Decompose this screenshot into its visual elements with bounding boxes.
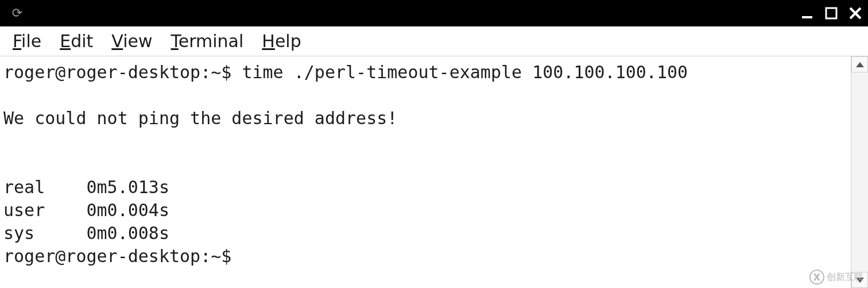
chevron-up-icon (856, 62, 864, 67)
terminal-line: sys 0m0.008s (3, 222, 851, 245)
maximize-icon (825, 7, 838, 20)
svg-rect-1 (826, 8, 836, 18)
terminal-output[interactable]: roger@roger-desktop:~$ time ./perl-timeo… (0, 56, 851, 288)
menubar: FileEditViewTerminalHelp (0, 26, 868, 56)
minimize-button[interactable] (800, 6, 814, 20)
terminal-window: ⟳ FileEditViewTerminalHelp (0, 0, 868, 288)
menu-view[interactable]: View (111, 33, 152, 50)
window-titlebar[interactable]: ⟳ (0, 0, 868, 26)
minimize-icon (801, 7, 813, 20)
terminal-line (3, 84, 851, 107)
svg-rect-0 (802, 16, 812, 18)
terminal-line: roger@roger-desktop:~$ (3, 245, 851, 268)
titlebar-left: ⟳ (6, 5, 29, 22)
terminal-line: user 0m0.004s (3, 199, 851, 222)
scroll-down-button[interactable] (851, 272, 868, 288)
menu-terminal[interactable]: Terminal (171, 33, 244, 50)
close-button[interactable] (848, 6, 862, 20)
menu-help[interactable]: Help (262, 33, 301, 50)
terminal-area: roger@roger-desktop:~$ time ./perl-timeo… (0, 56, 868, 288)
menu-file[interactable]: File (13, 33, 41, 50)
window-controls (800, 6, 862, 20)
terminal-line (3, 130, 851, 153)
chevron-down-icon (856, 278, 864, 283)
scroll-up-button[interactable] (851, 56, 868, 72)
close-icon (848, 6, 862, 20)
terminal-line (3, 153, 851, 176)
terminal-line: real 0m5.013s (3, 176, 851, 199)
terminal-line: roger@roger-desktop:~$ time ./perl-timeo… (3, 61, 851, 84)
maximize-button[interactable] (824, 6, 838, 20)
spinner-icon: ⟳ (12, 7, 22, 20)
menu-edit[interactable]: Edit (60, 33, 93, 50)
terminal-line: We could not ping the desired address! (3, 107, 851, 130)
scrollbar[interactable] (851, 56, 868, 288)
